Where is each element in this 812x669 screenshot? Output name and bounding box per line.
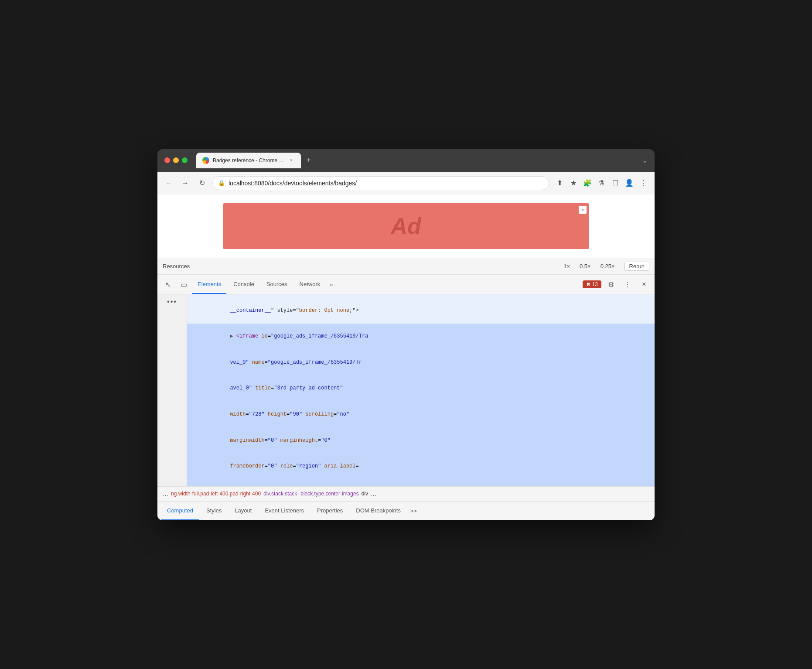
tab-more-button[interactable]: » bbox=[327, 281, 335, 288]
devtools-content: ••• __container__" style="border: 0pt no… bbox=[157, 294, 655, 486]
new-tab-button[interactable]: + bbox=[303, 154, 315, 167]
tab-favicon bbox=[202, 157, 209, 164]
tab-bar: Badges reference - Chrome De × + bbox=[196, 153, 637, 168]
ad-text: Ad bbox=[391, 213, 421, 239]
zoom-controls: 1× 0.5× 0.25× bbox=[561, 262, 617, 270]
bottom-tab-more-button[interactable]: >> bbox=[408, 508, 420, 514]
browser-window: Badges reference - Chrome De × + ⌄ ← → ↻… bbox=[157, 149, 655, 520]
ad-banner: Ad × bbox=[223, 203, 589, 249]
resources-label: Resources bbox=[163, 263, 190, 270]
zoom-05x-button[interactable]: 0.5× bbox=[577, 262, 594, 270]
bookmark-icon[interactable]: ★ bbox=[567, 177, 580, 189]
responsive-toggle-icon[interactable]: ▭ bbox=[177, 277, 191, 291]
title-bar: Badges reference - Chrome De × + ⌄ bbox=[157, 149, 655, 172]
error-badge[interactable]: ✖ 13 bbox=[583, 280, 601, 288]
active-tab[interactable]: Badges reference - Chrome De × bbox=[196, 153, 301, 168]
resources-bar: Resources 1× 0.5× 0.25× Rerun bbox=[157, 258, 655, 274]
profile-icon[interactable]: 👤 bbox=[623, 177, 635, 189]
devtools-sidebar: ••• bbox=[157, 294, 187, 486]
tab-close-button[interactable]: × bbox=[288, 157, 295, 164]
tab-dropdown-button[interactable]: ⌄ bbox=[642, 157, 648, 164]
forward-button[interactable]: → bbox=[179, 177, 191, 189]
zoom-025x-button[interactable]: 0.25× bbox=[598, 262, 618, 270]
lock-icon: 🔒 bbox=[218, 180, 225, 186]
more-options-icon[interactable]: ⋮ bbox=[637, 177, 649, 189]
breadcrumb-end-dots: … bbox=[371, 491, 376, 497]
address-bar: ← → ↻ 🔒 localhost:8080/docs/devtools/ele… bbox=[157, 172, 655, 195]
more-devtools-options[interactable]: ⋮ bbox=[621, 277, 635, 291]
tab-sources[interactable]: Sources bbox=[261, 275, 293, 294]
tab-event-listeners[interactable]: Event Listeners bbox=[259, 501, 310, 520]
tab-computed[interactable]: Computed bbox=[161, 501, 199, 520]
tab-properties[interactable]: Properties bbox=[311, 501, 349, 520]
dom-line-iframe-6: frameborder="0" role="region" aria-label… bbox=[187, 454, 655, 480]
tab-network[interactable]: Network bbox=[294, 275, 326, 294]
url-text: localhost:8080/docs/devtools/elements/ba… bbox=[229, 180, 543, 187]
dom-tree-panel: __container__" style="border: 0pt none;"… bbox=[187, 294, 655, 486]
tab-elements[interactable]: Elements bbox=[192, 275, 226, 294]
tab-console[interactable]: Console bbox=[228, 275, 259, 294]
devtools-toolbar-right: ✖ 13 ⚙ ⋮ × bbox=[583, 277, 651, 291]
error-icon: ✖ bbox=[586, 281, 590, 287]
dom-line-iframe-2: vel_0" name="google_ads_iframe_/6355419/… bbox=[187, 350, 655, 376]
settings-button[interactable]: ⚙ bbox=[604, 277, 618, 291]
dom-line-iframe-5: marginwidth="0" marginheight="0" bbox=[187, 427, 655, 454]
url-bar[interactable]: 🔒 localhost:8080/docs/devtools/elements/… bbox=[212, 176, 549, 190]
toolbar-icons: ⬆ ★ 🧩 ⚗ ☐ 👤 ⋮ bbox=[553, 177, 649, 189]
dom-tree[interactable]: __container__" style="border: 0pt none;"… bbox=[187, 294, 655, 486]
tab-title: Badges reference - Chrome De bbox=[213, 157, 284, 164]
sidebar-dots: ••• bbox=[167, 298, 177, 306]
error-count: 13 bbox=[592, 281, 598, 287]
maximize-window-button[interactable] bbox=[182, 157, 188, 163]
minimize-window-button[interactable] bbox=[173, 157, 179, 163]
tab-dom-breakpoints[interactable]: DOM Breakpoints bbox=[350, 501, 407, 520]
element-selector-icon[interactable]: ↖ bbox=[161, 277, 175, 291]
share-icon[interactable]: ⬆ bbox=[553, 177, 566, 189]
breadcrumb-item-1[interactable]: ng.width-full.pad-left-400.pad-right-400 bbox=[171, 491, 261, 497]
rerun-button[interactable]: Rerun bbox=[624, 262, 649, 271]
flask-icon[interactable]: ⚗ bbox=[595, 177, 607, 189]
dom-line-iframe-7: "Advertisement" tabindex="0" allow="attr… bbox=[187, 479, 655, 486]
tab-styles[interactable]: Styles bbox=[200, 501, 228, 520]
ad-close-button[interactable]: × bbox=[579, 206, 587, 214]
devtools-panel: ↖ ▭ Elements Console Sources Network » ✖… bbox=[157, 274, 655, 520]
page-content: Ad × bbox=[157, 195, 655, 258]
close-devtools-button[interactable]: × bbox=[637, 277, 651, 291]
bottom-tabs: Computed Styles Layout Event Listeners P… bbox=[157, 501, 655, 520]
dom-line-iframe-4: width="728" height="90" scrolling="no" bbox=[187, 402, 655, 428]
breadcrumb-start-dots: … bbox=[163, 491, 168, 497]
breadcrumb-item-2[interactable]: div.stack.stack--block.type.center-image… bbox=[263, 491, 359, 497]
back-button[interactable]: ← bbox=[163, 177, 175, 189]
close-window-button[interactable] bbox=[164, 157, 170, 163]
reload-button[interactable]: ↻ bbox=[196, 177, 208, 189]
responsive-icon[interactable]: ☐ bbox=[609, 177, 621, 189]
zoom-1x-button[interactable]: 1× bbox=[561, 262, 573, 270]
dom-line-iframe: ▶ <iframe id="google_ads_iframe_/6355419… bbox=[187, 324, 655, 350]
breadcrumb-item-3[interactable]: div bbox=[362, 491, 368, 497]
extensions-icon[interactable]: 🧩 bbox=[581, 177, 594, 189]
dom-line-container: __container__" style="border: 0pt none;"… bbox=[187, 298, 655, 324]
tab-layout[interactable]: Layout bbox=[229, 501, 258, 520]
dom-line-iframe-3: avel_0" title="3rd party ad content" bbox=[187, 375, 655, 402]
devtools-tab-bar: ↖ ▭ Elements Console Sources Network » ✖… bbox=[157, 275, 655, 294]
breadcrumb-bar: … ng.width-full.pad-left-400.pad-right-4… bbox=[157, 486, 655, 501]
traffic-lights bbox=[164, 157, 188, 163]
